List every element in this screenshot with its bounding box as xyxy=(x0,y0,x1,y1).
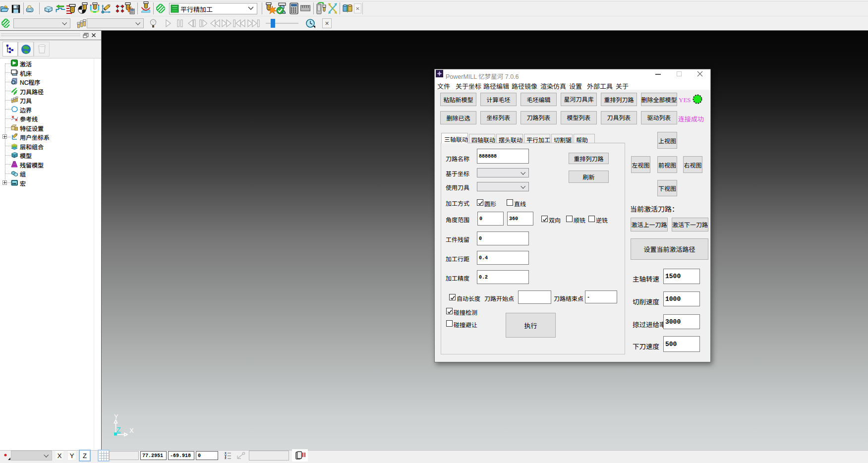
svg-text:X: X xyxy=(129,427,134,434)
svg-text:Y: Y xyxy=(114,413,118,420)
svg-text:Z: Z xyxy=(116,426,121,434)
svg-text:z: z xyxy=(225,457,227,460)
